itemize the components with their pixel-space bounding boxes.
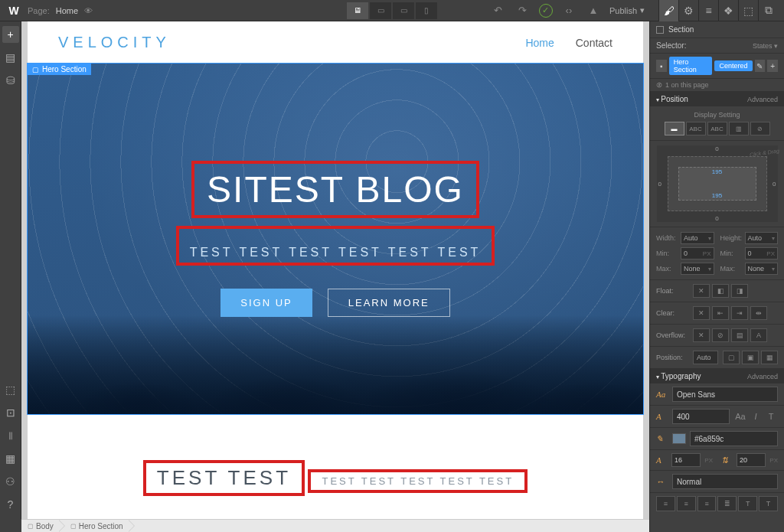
margin-bottom-value[interactable]: 0	[715, 215, 718, 222]
font-color-swatch[interactable]	[672, 433, 686, 444]
page-name[interactable]: Home	[56, 6, 78, 15]
device-tablet-icon[interactable]: ▭	[370, 2, 391, 19]
site-logo[interactable]: VELOCITY	[58, 34, 171, 51]
display-flex-icon[interactable]: ▥	[729, 122, 749, 135]
display-block-icon[interactable]: ▬	[665, 122, 684, 135]
device-phone-landscape-icon[interactable]: ▭	[393, 2, 414, 19]
max-height-input[interactable]: None▾	[745, 263, 779, 275]
video-icon[interactable]: ▦	[2, 450, 19, 467]
nav-link-contact[interactable]: Contact	[576, 37, 612, 49]
export-icon[interactable]: ▲	[585, 2, 602, 19]
min-width-input[interactable]: 0PX	[681, 247, 714, 259]
position-opt3-icon[interactable]: ▦	[761, 351, 778, 364]
canvas[interactable]: VELOCITY Home Contact SITEST BLOG TEST T…	[28, 21, 643, 519]
min-height-input[interactable]: 0PX	[745, 247, 779, 259]
typography-section-header[interactable]: Typography Advanced	[650, 369, 784, 383]
height-input[interactable]: Auto▾	[745, 232, 779, 244]
style-tt-icon[interactable]: T	[764, 410, 778, 423]
style-panel-icon[interactable]: 🖌	[658, 0, 678, 21]
margin-top-value[interactable]: 0	[715, 145, 718, 152]
hero-subtitle[interactable]: TEST TEST TEST TEST TEST TEST	[190, 246, 482, 259]
below-title[interactable]: TEST TEST	[157, 466, 291, 490]
layout-panel-icon[interactable]: ≡	[698, 0, 718, 21]
advanced-toggle[interactable]: Advanced	[747, 373, 778, 380]
last-panel-icon[interactable]: ⧉	[758, 0, 778, 21]
class-tag-hero[interactable]: Hero Section	[669, 57, 713, 75]
selector-tool-icon[interactable]: ⊡	[2, 404, 19, 421]
nav-link-home[interactable]: Home	[525, 37, 554, 49]
position-section-header[interactable]: Position Advanced	[650, 92, 784, 106]
device-phone-icon[interactable]: ▯	[416, 2, 437, 19]
float-left-icon[interactable]: ◧	[712, 284, 729, 298]
float-right-icon[interactable]: ◨	[731, 284, 748, 298]
section-checkbox[interactable]	[656, 26, 664, 34]
clear-left-icon[interactable]: ⇤	[712, 306, 729, 320]
help-icon[interactable]: ?	[2, 496, 19, 513]
position-opt2-icon[interactable]: ▣	[742, 351, 759, 364]
hero-title[interactable]: SITEST BLOG	[207, 168, 464, 211]
clear-right-icon[interactable]: ⇥	[731, 306, 748, 320]
align-center-icon[interactable]: ≡	[677, 496, 696, 511]
line-height-input[interactable]: 20	[737, 453, 766, 467]
style-italic-icon[interactable]: I	[749, 410, 763, 423]
position-select[interactable]: Auto	[693, 351, 718, 364]
navigator-icon[interactable]: ⬚	[2, 381, 19, 398]
settings-panel-icon[interactable]: ⚙	[678, 0, 698, 21]
breadcrumb-body[interactable]: Body	[21, 520, 64, 532]
add-class-icon[interactable]: +	[767, 60, 778, 72]
margin-left-value[interactable]: 0	[658, 181, 662, 188]
margin-right-value[interactable]: 0	[773, 181, 776, 188]
align-right-icon[interactable]: ≡	[697, 496, 717, 511]
align-justify-icon[interactable]: ≣	[717, 496, 737, 511]
assets-panel-icon[interactable]: ⬚	[738, 0, 758, 21]
overflow-hidden-icon[interactable]: ⊘	[712, 328, 729, 342]
align-left-icon[interactable]: ≡	[656, 496, 675, 511]
style-regular-icon[interactable]: Aa	[733, 410, 747, 423]
position-opt1-icon[interactable]: ▢	[723, 351, 740, 364]
breadcrumb-hero[interactable]: Hero Section	[64, 520, 134, 532]
hero-section[interactable]: SITEST BLOG TEST TEST TEST TEST TEST TES…	[28, 64, 643, 414]
clear-none-icon[interactable]	[693, 306, 710, 320]
device-desktop-icon[interactable]: 🖥	[347, 2, 368, 19]
display-none-icon[interactable]: ⊘	[750, 122, 770, 135]
interactions-panel-icon[interactable]: ❖	[718, 0, 738, 21]
edit-class-icon[interactable]: ✎	[755, 60, 766, 72]
below-subtitle[interactable]: TEST TEST TEST TEST TEST	[322, 475, 514, 487]
padding-top-value[interactable]: 195	[712, 168, 722, 175]
class-tag-centered[interactable]: Centered	[714, 60, 752, 71]
webflow-logo-icon[interactable]: W	[6, 3, 21, 18]
max-width-input[interactable]: None▾	[681, 263, 714, 275]
box-model[interactable]: 0 0 0 0 195 195 Click & Drag	[650, 141, 784, 227]
text-transform-icon[interactable]: T	[738, 496, 757, 511]
advanced-toggle[interactable]: Advanced	[747, 96, 778, 103]
publish-button[interactable]: Publish ▾	[609, 5, 645, 15]
font-family-select[interactable]: Open Sans	[672, 387, 778, 402]
letter-spacing-select[interactable]: Normal	[672, 474, 778, 489]
cms-icon[interactable]: ⛁	[2, 72, 19, 89]
audit-icon[interactable]: ⦀	[2, 427, 19, 444]
overflow-visible-icon[interactable]	[693, 328, 710, 342]
selector-type-icon[interactable]: ▪	[656, 60, 667, 72]
font-weight-select[interactable]: 400	[672, 409, 730, 424]
text-decoration-icon[interactable]: T	[759, 496, 778, 511]
signup-button[interactable]: SIGN UP	[220, 289, 312, 317]
font-color-hex[interactable]: #6a859c	[690, 431, 778, 446]
preview-icon[interactable]: 👁	[84, 6, 100, 15]
overflow-auto-icon[interactable]: A	[750, 328, 767, 342]
overflow-scroll-icon[interactable]: ▤	[731, 328, 748, 342]
team-icon[interactable]: ⚇	[2, 473, 19, 490]
pages-icon[interactable]: ▤	[2, 49, 19, 66]
states-dropdown[interactable]: States ▾	[753, 42, 778, 50]
add-element-icon[interactable]: +	[2, 26, 19, 43]
font-size-input[interactable]: 16	[671, 453, 701, 467]
float-none-icon[interactable]	[693, 284, 710, 298]
code-icon[interactable]: ‹›	[560, 2, 577, 19]
learnmore-button[interactable]: LEARN MORE	[328, 289, 450, 317]
clear-both-icon[interactable]: ⇹	[750, 306, 767, 320]
redo-icon[interactable]: ↷	[514, 2, 531, 19]
undo-icon[interactable]: ↶	[490, 2, 507, 19]
padding-bottom-value[interactable]: 195	[712, 192, 722, 199]
status-ok-icon[interactable]: ✓	[539, 4, 553, 18]
display-inline-icon[interactable]: ABC	[707, 122, 727, 135]
width-input[interactable]: Auto▾	[681, 232, 714, 244]
